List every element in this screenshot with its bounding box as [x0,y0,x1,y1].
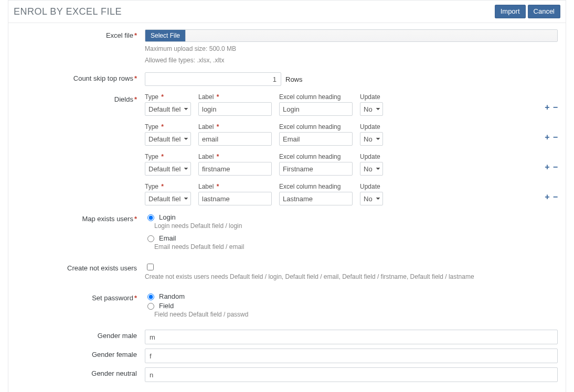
remove-field-icon[interactable]: − [553,162,558,172]
field-heading-input[interactable] [279,162,353,176]
enrol-panel: ENROL BY EXCEL FILE Import Cancel Excel … [8,0,566,392]
gender-male-label: Gender male [16,330,145,340]
file-path-display [186,30,557,41]
set-password-random-text: Random [159,292,185,300]
field-type-label: Type * [145,183,191,190]
excel-file-label: Excel file* [16,29,145,39]
field-heading-label: Excel column heading [279,123,353,130]
select-file-button[interactable]: Select File [145,30,186,41]
gender-female-input[interactable] [145,349,558,363]
page-title: ENROL BY EXCEL FILE [14,6,122,17]
remove-field-icon[interactable]: − [553,133,558,142]
gender-male-input[interactable] [145,330,558,344]
field-update-select[interactable]: No [360,132,383,146]
field-update-label: Update [360,93,381,101]
add-field-icon[interactable]: + [545,162,549,172]
field-type-label: Type * [145,123,191,130]
field-heading-input[interactable] [279,132,353,146]
map-exists-label: Map exists users* [16,213,145,223]
add-field-icon[interactable]: + [545,133,549,142]
remove-field-icon[interactable]: − [553,103,558,112]
field-heading-label: Excel column heading [279,93,353,101]
field-row: Type * Default field Label * Excel colum… [145,93,558,116]
set-password-random-radio[interactable] [147,293,154,300]
field-label-label: Label * [198,153,272,160]
panel-header: ENROL BY EXCEL FILE Import Cancel [8,1,566,23]
field-row: Type * Default field Label * Excel colum… [145,123,558,146]
field-label-label: Label * [198,93,272,101]
gender-neutral-label: Gender neutral [16,367,145,377]
field-type-select[interactable]: Default field [145,102,191,116]
field-label-label: Label * [198,183,272,190]
map-exists-login-text: Login [159,213,176,221]
create-not-exists-label: Create not exists users [16,262,145,272]
field-row: Type * Default field Label * Excel colum… [145,153,558,176]
field-heading-input[interactable] [279,102,353,116]
email-needs-hint: Email needs Default field / email [154,243,558,251]
login-needs-hint: Login needs Default field / login [154,222,558,230]
field-type-select[interactable]: Default field [145,162,191,176]
field-update-select[interactable]: No [360,102,383,116]
field-heading-label: Excel column heading [279,153,353,160]
field-label-input[interactable] [198,102,272,116]
add-field-icon[interactable]: + [545,103,549,112]
create-needs-hint: Create not exists users needs Default fi… [145,273,558,280]
create-not-exists-checkbox[interactable] [147,264,154,270]
field-type-label: Type * [145,93,191,101]
field-type-select[interactable]: Default field [145,132,191,146]
field-update-select[interactable]: No [360,192,383,205]
remove-field-icon[interactable]: − [553,192,558,202]
field-update-label: Update [360,183,381,190]
field-heading-input[interactable] [279,192,353,205]
gender-neutral-input[interactable] [145,367,558,382]
rows-suffix: Rows [285,75,303,83]
count-skip-label: Count skip top rows* [16,72,145,82]
field-type-label: Type * [145,153,191,160]
field-label-label: Label * [198,123,272,130]
add-field-icon[interactable]: + [545,192,549,202]
map-exists-email-radio[interactable] [147,235,154,242]
field-update-label: Update [360,123,381,130]
map-exists-login-radio[interactable] [147,214,154,221]
field-row: Type * Default field Label * Excel colum… [145,183,558,205]
file-select-bar: Select File [145,29,558,42]
field-label-input[interactable] [198,162,272,176]
file-types-hint: Allowed file types: .xlsx, .xltx [145,56,558,65]
set-password-label: Set password* [16,292,145,302]
field-update-label: Update [360,153,381,160]
set-password-field-text: Field [159,302,174,310]
import-button[interactable]: Import [495,5,526,18]
field-heading-label: Excel column heading [279,183,353,190]
gender-female-label: Gender female [16,349,145,358]
field-update-select[interactable]: No [360,162,383,176]
set-password-field-radio[interactable] [147,303,154,310]
field-label-input[interactable] [198,132,272,146]
map-exists-email-text: Email [159,234,176,242]
field-needs-hint: Field needs Default field / passwd [154,311,558,318]
field-type-select[interactable]: Default field [145,192,191,205]
upload-size-hint: Maximum upload size: 500.0 MB [145,44,558,53]
fields-label: Dields* [16,93,145,103]
count-skip-input[interactable] [145,72,281,86]
field-label-input[interactable] [198,192,272,205]
cancel-button[interactable]: Cancel [528,5,560,18]
